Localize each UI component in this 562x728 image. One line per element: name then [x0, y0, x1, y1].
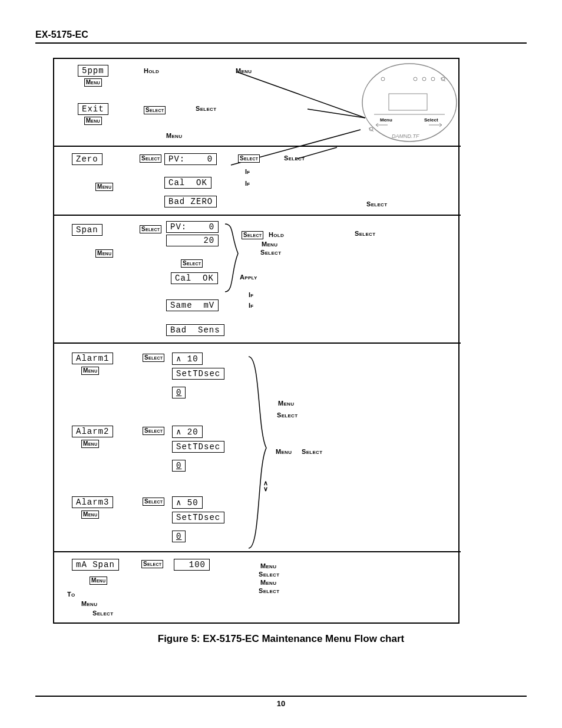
hold-label: Hold — [269, 231, 284, 238]
svg-point-12 — [431, 77, 435, 81]
to-label: To — [67, 591, 75, 598]
lcd-calok: Cal OK — [164, 177, 211, 189]
svg-line-1 — [308, 109, 365, 118]
svg-point-8 — [362, 64, 457, 141]
lcd-0: 0 — [172, 387, 186, 398]
apply-label: Apply — [240, 274, 257, 281]
select-label: Select — [277, 411, 297, 419]
lcd-maspan: mA Span — [72, 559, 119, 571]
lcd-20: 20 — [166, 235, 219, 246]
menu-label: Menu — [262, 241, 277, 248]
svg-line-0 — [237, 72, 365, 118]
page-number: 10 — [277, 699, 285, 708]
menu-label: Menu — [276, 448, 292, 455]
lcd-badzero: Bad ZERO — [164, 196, 217, 207]
menu-label: Menu — [260, 579, 276, 586]
lcd-calok2: Cal OK — [171, 272, 218, 284]
svg-text:DAMND.TF: DAMND.TF — [392, 133, 419, 139]
menu-button[interactable]: Menu — [95, 183, 113, 191]
menu-label: Menu — [260, 562, 276, 569]
select-label: Select — [259, 571, 279, 578]
menu-button[interactable]: Menu — [81, 510, 99, 519]
menu-button[interactable]: Menu — [81, 440, 99, 448]
select-button[interactable]: Select — [144, 106, 166, 114]
select-label: Select — [284, 154, 305, 162]
select-label: Select — [260, 249, 281, 256]
lcd-samemv: Same mV — [166, 299, 219, 311]
lcd-a10: ∧ 10 — [172, 353, 203, 365]
select-button[interactable]: Select — [238, 154, 260, 163]
select-label: Select — [355, 230, 375, 237]
lcd-span: Span — [72, 224, 103, 236]
menu-button[interactable]: Menu — [81, 367, 99, 375]
lcd-alarm1: Alarm1 — [72, 353, 113, 364]
select-label: Select — [366, 200, 387, 207]
select-button[interactable]: Select — [143, 354, 164, 362]
lcd-settd: SetTDsec — [172, 368, 224, 380]
lcd-badsens: Bad Sens — [166, 324, 224, 336]
lcd-zero: Zero — [72, 153, 103, 165]
menu-button[interactable]: Menu — [90, 577, 107, 585]
svg-text:Select: Select — [424, 117, 438, 123]
flow-diagram: 5ppm Menu Hold Menu Exit Menu Select Sel… — [53, 58, 459, 624]
select-button[interactable]: Select — [140, 154, 161, 163]
menu-button[interactable]: Menu — [84, 78, 102, 87]
select-button[interactable]: Select — [141, 560, 163, 568]
select-button[interactable]: Select — [143, 427, 164, 435]
page-header: EX-5175-EC — [35, 29, 527, 44]
select-label: Select — [92, 610, 113, 617]
if-label: If — [249, 302, 254, 309]
hold-label: Hold — [144, 67, 159, 74]
select-label: Select — [302, 448, 322, 455]
menu-button[interactable]: Menu — [84, 117, 102, 125]
if-label: If — [245, 168, 250, 175]
svg-rect-17 — [389, 94, 427, 110]
lcd-alarm2: Alarm2 — [72, 426, 113, 437]
menu-label: Menu — [236, 67, 252, 74]
select-button[interactable]: Select — [143, 498, 164, 506]
if-label: If — [249, 291, 254, 298]
lcd-pv0b: PV: 0 — [166, 221, 219, 233]
select-label: Select — [259, 587, 279, 594]
lcd-alarm3: Alarm3 — [72, 496, 113, 508]
select-button[interactable]: Select — [242, 231, 263, 239]
select-label: Select — [196, 105, 216, 112]
lcd-5ppm: 5ppm — [78, 65, 108, 77]
menu-label: Menu — [81, 600, 97, 607]
lcd-settd: SetTDsec — [172, 512, 224, 523]
menu-label: Menu — [278, 400, 294, 407]
lcd-100: 100 — [174, 559, 210, 571]
if-label: If — [245, 180, 250, 187]
figure-caption: Figure 5: EX-5175-EC Maintenance Menu Fl… — [35, 633, 527, 645]
page-footer: 10 — [0, 696, 562, 708]
lcd-a50: ∧ 50 — [172, 496, 203, 509]
svg-point-9 — [381, 77, 385, 81]
updown-label: ∧∨ — [263, 480, 268, 492]
lcd-settd: SetTDsec — [172, 441, 224, 453]
menu-button[interactable]: Menu — [95, 249, 113, 258]
lcd-a20: ∧ 20 — [172, 426, 203, 438]
lcd-0: 0 — [172, 460, 186, 472]
menu-label: Menu — [166, 132, 182, 139]
svg-text:Menu: Menu — [380, 117, 392, 123]
lcd-exit: Exit — [78, 103, 108, 115]
select-button[interactable]: Select — [140, 225, 161, 233]
select-button[interactable]: Select — [181, 259, 203, 268]
svg-point-10 — [414, 77, 417, 81]
lcd-0: 0 — [172, 531, 186, 542]
lcd-pv0: PV: 0 — [164, 153, 217, 165]
svg-point-11 — [422, 77, 426, 81]
